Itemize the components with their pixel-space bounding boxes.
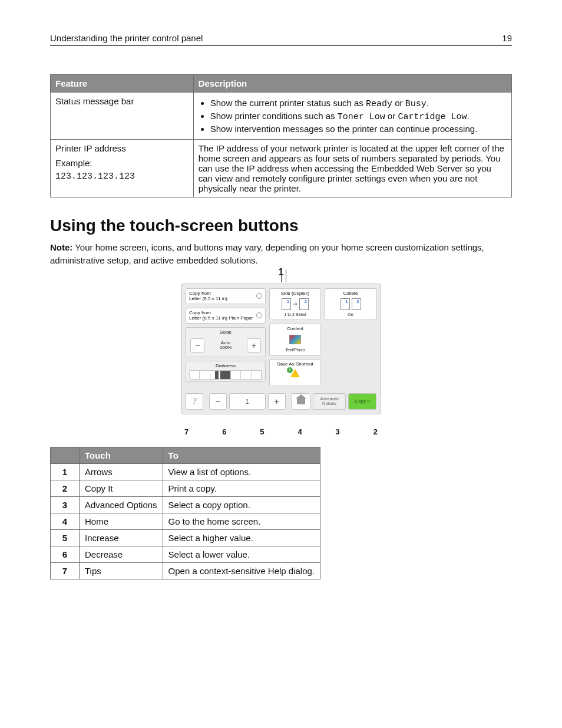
- table-row: 7TipsOpen a context-sensitive Help dialo…: [51, 562, 320, 579]
- tips-button[interactable]: ?: [186, 393, 203, 410]
- callouts-bottom: 7 6 5 4 3 2: [181, 414, 381, 436]
- table-row: Status message bar Show the current prin…: [51, 93, 512, 140]
- content-card[interactable]: Content Text/Photo: [269, 324, 321, 355]
- description-cell: The IP address of your network printer i…: [193, 140, 511, 197]
- table-row: Printer IP address Example: 123.123.123.…: [51, 140, 512, 197]
- to-cell: Select a higher value.: [163, 529, 320, 546]
- to-cell: Print a copy.: [163, 480, 320, 496]
- to-cell: View a list of options.: [163, 463, 320, 480]
- photo-icon: [289, 335, 301, 344]
- to-cell: Select a copy option.: [163, 496, 320, 513]
- feature-cell: Printer IP address Example: 123.123.123.…: [51, 140, 194, 197]
- touch-cell: Increase: [80, 529, 163, 546]
- touch-cell: Home: [80, 513, 163, 529]
- section-heading: Using the touch-screen buttons: [50, 216, 512, 235]
- scale-card: Scale − Auto 100% +: [186, 327, 266, 358]
- th-description: Description: [193, 75, 511, 93]
- table-row: 6DecreaseSelect a lower value.: [51, 546, 320, 562]
- home-button[interactable]: [292, 393, 310, 410]
- increase-button[interactable]: +: [268, 393, 286, 410]
- th-feature: Feature: [51, 75, 194, 93]
- th-blank: [51, 447, 80, 463]
- table-row: 2Copy ItPrint a copy.: [51, 480, 320, 496]
- callout-3: 3: [336, 427, 340, 436]
- touchscreen-figure: 1 Copy from Letter (8.5 x 11 in): [181, 284, 381, 436]
- note-paragraph: Note: Your home screen, icons, and butto…: [50, 241, 512, 267]
- darkness-slider[interactable]: [189, 370, 262, 380]
- callout-6: 6: [222, 427, 226, 436]
- radio-icon: [256, 312, 262, 318]
- table-row: 3Advanced OptionsSelect a copy option.: [51, 496, 320, 513]
- th-touch: Touch: [80, 447, 163, 463]
- table-row: 5IncreaseSelect a higher value.: [51, 529, 320, 546]
- list-item: Show intervention messages so the printe…: [210, 124, 507, 134]
- callout-7: 7: [184, 427, 189, 436]
- touch-cell: Advanced Options: [80, 496, 163, 513]
- list-item: Show the current printer status such as …: [210, 98, 507, 109]
- star-icon: +: [290, 369, 300, 377]
- touch-cell: Tips: [80, 562, 163, 579]
- radio-icon: [256, 293, 262, 299]
- row-number: 6: [51, 546, 80, 562]
- bottom-bar: ? − 1 + Advanced Options Copy It: [181, 390, 381, 414]
- description-cell: Show the current printer status such as …: [193, 93, 511, 140]
- decrease-button[interactable]: −: [209, 393, 227, 410]
- darkness-card: Darkness: [186, 361, 266, 382]
- collate-icon: 1 2: [328, 298, 373, 311]
- advanced-options-button[interactable]: Advanced Options: [313, 393, 346, 410]
- row-number: 2: [51, 480, 80, 496]
- to-cell: Select a lower value.: [163, 546, 320, 562]
- touch-to-table: Touch To 1ArrowsView a list of options.2…: [50, 447, 320, 579]
- row-number: 4: [51, 513, 80, 529]
- table-row: 1ArrowsView a list of options.: [51, 463, 320, 480]
- collate-card[interactable]: Collate 1 2 On: [325, 288, 376, 320]
- callout-2: 2: [373, 427, 378, 436]
- to-cell: Go to the home screen.: [163, 513, 320, 529]
- to-cell: Open a context-sensitive Help dialog.: [163, 562, 320, 579]
- feature-description-table: Feature Description Status message bar S…: [50, 74, 512, 197]
- callout-4: 4: [297, 427, 302, 436]
- copy-it-button[interactable]: Copy It: [348, 393, 376, 410]
- duplex-icon: 1 ➜ 2: [273, 298, 318, 311]
- row-number: 1: [51, 463, 80, 480]
- scale-increase-button[interactable]: +: [247, 338, 261, 353]
- page-number: 19: [502, 33, 512, 43]
- header-title: Understanding the printer control panel: [50, 33, 203, 43]
- side-duplex-card[interactable]: Side (Duplex) 1 ➜ 2 1 to 2 Sided: [269, 288, 321, 320]
- th-to: To: [163, 447, 320, 463]
- callout-5: 5: [260, 427, 264, 436]
- page-header: Understanding the printer control panel …: [50, 33, 512, 46]
- touch-cell: Copy It: [80, 480, 163, 496]
- copy-from-option-2[interactable]: Copy from Letter (8.5 x 11 in) Plain Pap…: [186, 308, 266, 324]
- copies-value: 1: [229, 393, 266, 410]
- save-as-shortcut-card[interactable]: Save As Shortcut +: [269, 359, 321, 386]
- touch-cell: Decrease: [80, 546, 163, 562]
- table-row: 4HomeGo to the home screen.: [51, 513, 320, 529]
- row-number: 5: [51, 529, 80, 546]
- home-icon: [297, 398, 305, 404]
- copy-from-option-1[interactable]: Copy from Letter (8.5 x 11 in): [186, 288, 266, 304]
- scale-decrease-button[interactable]: −: [190, 338, 204, 353]
- list-item: Show printer conditions such as Toner Lo…: [210, 111, 507, 122]
- touch-cell: Arrows: [80, 463, 163, 480]
- row-number: 7: [51, 562, 80, 579]
- feature-cell: Status message bar: [51, 93, 194, 140]
- touchscreen: Copy from Letter (8.5 x 11 in) Copy from…: [181, 284, 381, 414]
- row-number: 3: [51, 496, 80, 513]
- plus-badge-icon: +: [287, 367, 293, 373]
